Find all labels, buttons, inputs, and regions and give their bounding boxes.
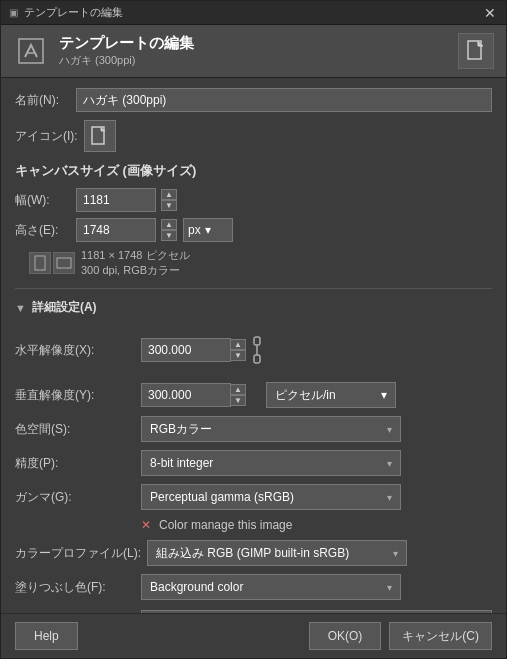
fill-value: Background color <box>150 580 243 594</box>
colorspace-label: 色空間(S): <box>15 421 135 438</box>
width-label: 幅(W): <box>15 192 70 209</box>
svg-rect-11 <box>254 355 260 363</box>
h-res-spinners: ▲ ▼ <box>230 339 246 361</box>
svg-rect-8 <box>35 256 45 270</box>
size-info-text: 1181 × 1748 ピクセル 300 dpi, RGBカラー <box>81 248 190 278</box>
link-icon <box>246 326 268 374</box>
titlebar-text: テンプレートの編集 <box>24 5 123 20</box>
h-resolution-row: 水平解像度(X): ▲ ▼ <box>15 326 492 374</box>
collapse-icon: ▼ <box>15 302 26 314</box>
v-res-spinners: ▲ ▼ <box>230 384 246 406</box>
height-spinners: ▲ ▼ <box>161 219 177 241</box>
size-info: 1181 × 1748 ピクセル 300 dpi, RGBカラー <box>15 248 492 278</box>
colorspace-arrow: ▾ <box>387 424 392 435</box>
precision-arrow: ▾ <box>387 458 392 469</box>
precision-dropdown[interactable]: 8-bit integer ▾ <box>141 450 401 476</box>
header-app-icon <box>13 33 49 69</box>
h-resolution-label: 水平解像度(X): <box>15 342 135 359</box>
main-window: ▣ テンプレートの編集 ✕ テンプレートの編集 ハガキ (300ppi) <box>0 0 507 659</box>
fill-arrow: ▾ <box>387 582 392 593</box>
size-pixels-text: 1181 × 1748 ピクセル <box>81 248 190 263</box>
resolution-unit-label: ピクセル/in <box>275 387 336 404</box>
header-subtitle: ハガキ (300ppi) <box>59 53 194 68</box>
svg-rect-0 <box>19 39 43 63</box>
height-label: 高さ(E): <box>15 222 70 239</box>
svg-rect-10 <box>254 337 260 345</box>
fill-dropdown[interactable]: Background color ▾ <box>141 574 401 600</box>
size-dpi-text: 300 dpi, RGBカラー <box>81 263 190 278</box>
profile-label: カラープロファイル(L): <box>15 545 141 562</box>
v-resolution-input[interactable] <box>141 383 231 407</box>
precision-value: 8-bit integer <box>150 456 213 470</box>
cancel-button[interactable]: キャンセル(C) <box>389 622 492 650</box>
advanced-title: 詳細設定(A) <box>32 299 97 316</box>
gamma-dropdown[interactable]: Perceptual gamma (sRGB) ▾ <box>141 484 401 510</box>
unit-label: px <box>188 223 201 237</box>
width-down-arrow[interactable]: ▼ <box>161 200 177 211</box>
height-up-arrow[interactable]: ▲ <box>161 219 177 230</box>
gamma-arrow: ▾ <box>387 492 392 503</box>
advanced-header[interactable]: ▼ 詳細設定(A) <box>15 299 492 316</box>
gamma-row: ガンマ(G): Perceptual gamma (sRGB) ▾ <box>15 484 492 510</box>
profile-dropdown[interactable]: 組み込み RGB (GIMP built-in sRGB) ▾ <box>147 540 407 566</box>
canvas-section: キャンバスサイズ (画像サイズ) 幅(W): ▲ ▼ 高さ(E): ▲ ▼ <box>15 162 492 278</box>
fill-label: 塗りつぶし色(F): <box>15 579 135 596</box>
header-bar: テンプレートの編集 ハガキ (300ppi) <box>1 25 506 78</box>
icon-row: アイコン(I): <box>15 120 492 152</box>
checkbox-x-icon: ✕ <box>141 518 151 532</box>
checkbox-label: Color manage this image <box>159 518 292 532</box>
v-res-down[interactable]: ▼ <box>230 395 246 406</box>
header-main-title: テンプレートの編集 <box>59 34 194 53</box>
ok-button[interactable]: OK(O) <box>309 622 382 650</box>
width-spinners: ▲ ▼ <box>161 189 177 211</box>
advanced-section: ▼ 詳細設定(A) 水平解像度(X): ▲ ▼ <box>15 299 492 613</box>
height-down-arrow[interactable]: ▼ <box>161 230 177 241</box>
h-res-up[interactable]: ▲ <box>230 339 246 350</box>
resolution-unit-arrow: ▾ <box>381 388 387 402</box>
titlebar: ▣ テンプレートの編集 ✕ <box>1 1 506 25</box>
unit-dropdown[interactable]: px ▾ <box>183 218 233 242</box>
unit-arrow: ▾ <box>205 223 211 237</box>
name-row: 名前(N): <box>15 88 492 112</box>
titlebar-title: ▣ テンプレートの編集 <box>9 5 482 20</box>
precision-label: 精度(P): <box>15 455 135 472</box>
titlebar-icon: ▣ <box>9 7 18 18</box>
landscape-icon-button[interactable] <box>53 252 75 274</box>
v-res-up[interactable]: ▲ <box>230 384 246 395</box>
fill-row: 塗りつぶし色(F): Background color ▾ <box>15 574 492 600</box>
profile-arrow: ▾ <box>393 548 398 559</box>
h-res-down[interactable]: ▼ <box>230 350 246 361</box>
colorspace-dropdown[interactable]: RGBカラー ▾ <box>141 416 401 442</box>
close-button[interactable]: ✕ <box>482 5 498 21</box>
height-input[interactable] <box>76 218 156 242</box>
help-button[interactable]: Help <box>15 622 78 650</box>
v-resolution-row: 垂直解像度(Y): ▲ ▼ ピクセル/in ▾ <box>15 382 492 408</box>
h-resolution-input[interactable] <box>141 338 231 362</box>
header-text: テンプレートの編集 ハガキ (300ppi) <box>59 34 194 68</box>
portrait-icon-button[interactable] <box>29 252 51 274</box>
name-input[interactable] <box>76 88 492 112</box>
width-up-arrow[interactable]: ▲ <box>161 189 177 200</box>
new-template-button[interactable] <box>458 33 494 69</box>
h-resolution-group: ▲ ▼ <box>141 326 268 374</box>
svg-rect-9 <box>57 258 71 268</box>
gamma-value: Perceptual gamma (sRGB) <box>150 490 294 504</box>
profile-value: 組み込み RGB (GIMP built-in sRGB) <box>156 545 349 562</box>
canvas-section-title: キャンバスサイズ (画像サイズ) <box>15 162 492 180</box>
size-icons <box>29 252 75 274</box>
resolution-unit-dropdown[interactable]: ピクセル/in ▾ <box>266 382 396 408</box>
profile-row: カラープロファイル(L): 組み込み RGB (GIMP built-in sR… <box>15 540 492 566</box>
footer: Help OK(O) キャンセル(C) <box>1 613 506 658</box>
form-content: 名前(N): アイコン(I): キャンバスサイズ (画像サイズ) 幅(W): <box>1 78 506 613</box>
name-label: 名前(N): <box>15 92 70 109</box>
height-row: 高さ(E): ▲ ▼ px ▾ <box>15 218 492 242</box>
color-manage-row: ✕ Color manage this image <box>15 518 492 532</box>
icon-button[interactable] <box>84 120 116 152</box>
width-row: 幅(W): ▲ ▼ <box>15 188 492 212</box>
divider <box>15 288 492 289</box>
colorspace-value: RGBカラー <box>150 421 212 438</box>
v-resolution-label: 垂直解像度(Y): <box>15 387 135 404</box>
width-input[interactable] <box>76 188 156 212</box>
v-resolution-group: ▲ ▼ ピクセル/in ▾ <box>141 382 396 408</box>
icon-label: アイコン(I): <box>15 128 78 145</box>
